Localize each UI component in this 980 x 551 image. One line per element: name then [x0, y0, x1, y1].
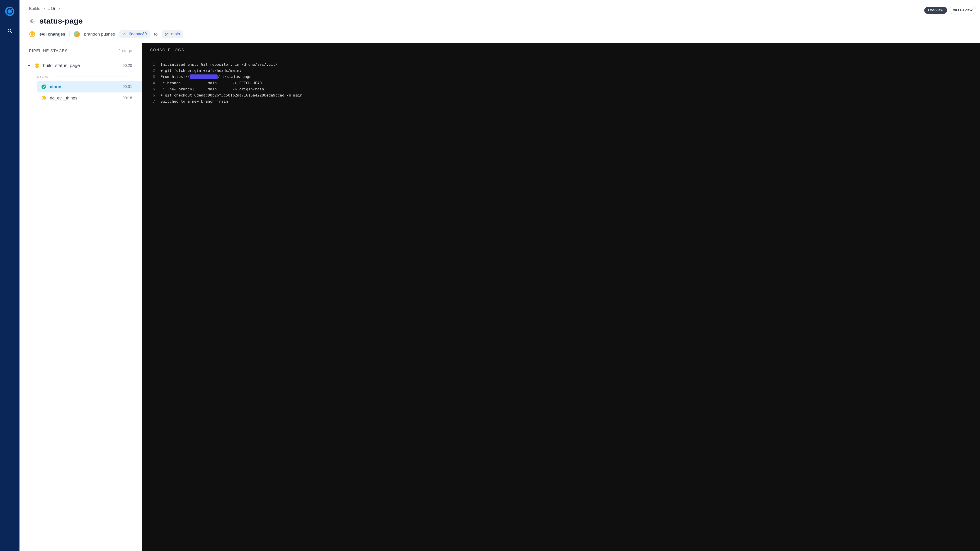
- log-line: 6+ git checkout 6deaac80b26f5c501b2aa716…: [150, 92, 972, 98]
- avatar: [74, 31, 80, 37]
- running-status-icon: [41, 95, 46, 101]
- stages-heading: PIPELINE STAGES: [29, 49, 68, 53]
- svg-point-12: [165, 35, 166, 36]
- svg-point-13: [167, 33, 169, 33]
- running-status-icon: [35, 63, 40, 68]
- console-heading: CONSOLE LOGS: [142, 43, 980, 57]
- search-icon[interactable]: [6, 28, 13, 34]
- pipeline-stages-panel: PIPELINE STAGES 1 stage build_status_pag…: [19, 43, 142, 551]
- svg-point-11: [165, 33, 166, 33]
- success-status-icon: [41, 84, 46, 89]
- left-nav-rail: [0, 0, 19, 551]
- breadcrumb: Builds #15: [29, 6, 970, 11]
- stage-duration: 00:20: [123, 64, 132, 68]
- log-line: 4 * branch main -> FETCH_HEAD: [150, 80, 972, 86]
- svg-point-16: [41, 84, 46, 89]
- breadcrumb-build-id[interactable]: #15: [48, 6, 55, 11]
- separator: [69, 31, 70, 37]
- log-line: 1Initialized empty Git repository in /dr…: [150, 61, 972, 68]
- app-logo[interactable]: [5, 6, 15, 16]
- stage-name: build_status_page: [43, 63, 119, 68]
- svg-point-8: [124, 33, 125, 35]
- console-panel: CONSOLE LOGS 1Initialized empty Git repo…: [142, 43, 980, 551]
- build-meta-row: evil changes brandon pushed 6deaac80 to …: [29, 30, 970, 38]
- chevron-right-icon: [58, 6, 60, 11]
- step-name: do_evil_things: [50, 95, 119, 101]
- page-header: Builds #15 LOG VIEW GRAPH VIEW status-pa…: [19, 0, 980, 43]
- step-row-do-evil-things[interactable]: do_evil_things 00:18: [37, 92, 142, 104]
- step-row-clone[interactable]: clone 00:01: [37, 81, 142, 92]
- graph-view-button[interactable]: GRAPH VIEW: [949, 7, 976, 14]
- steps-heading: STEPS: [37, 75, 48, 78]
- commit-hash-chip[interactable]: 6deaac80: [119, 30, 150, 38]
- view-toggle-group: LOG VIEW GRAPH VIEW: [924, 7, 976, 14]
- log-line: 3From https://████████████/it/status-pag…: [150, 74, 972, 80]
- chevron-right-icon: [43, 6, 46, 11]
- svg-point-3: [11, 9, 12, 10]
- stages-count: 1 stage: [119, 49, 132, 53]
- log-line: 5 * [new branch] main -> origin/main: [150, 86, 972, 92]
- log-view-button[interactable]: LOG VIEW: [924, 7, 947, 14]
- pushed-by-text: brandon pushed: [84, 32, 115, 37]
- step-duration: 00:01: [123, 84, 132, 89]
- page-title: status-page: [40, 16, 83, 25]
- log-line: 2+ git fetch origin +refs/heads/main:: [150, 68, 972, 74]
- step-duration: 00:18: [123, 96, 132, 100]
- svg-point-4: [8, 29, 11, 32]
- log-line: 7Switched to a new branch 'main': [150, 98, 972, 105]
- svg-line-5: [11, 32, 12, 33]
- breadcrumb-root[interactable]: Builds: [29, 6, 40, 11]
- chevron-down-icon: [27, 64, 31, 68]
- running-status-icon: [29, 31, 35, 37]
- step-name: clone: [50, 84, 119, 89]
- stage-row[interactable]: build_status_page 00:20: [19, 59, 142, 72]
- to-word: to: [154, 32, 158, 37]
- back-arrow-icon[interactable]: [29, 18, 35, 24]
- branch-chip[interactable]: main: [162, 30, 183, 38]
- divider: [52, 76, 132, 77]
- console-log-output[interactable]: 1Initialized empty Git repository in /dr…: [142, 57, 980, 109]
- commit-message: evil changes: [40, 32, 65, 37]
